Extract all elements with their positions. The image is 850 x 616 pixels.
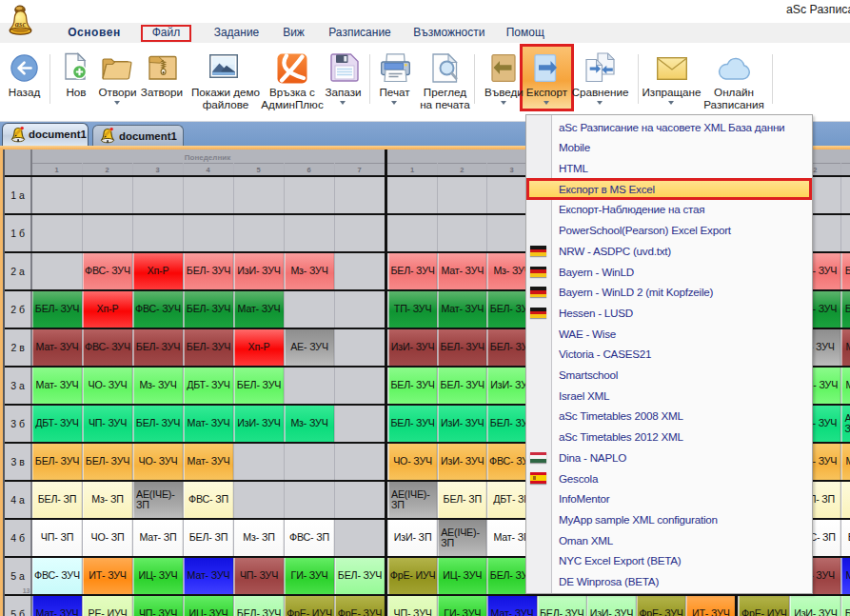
svg-text:asc: asc <box>15 19 27 29</box>
